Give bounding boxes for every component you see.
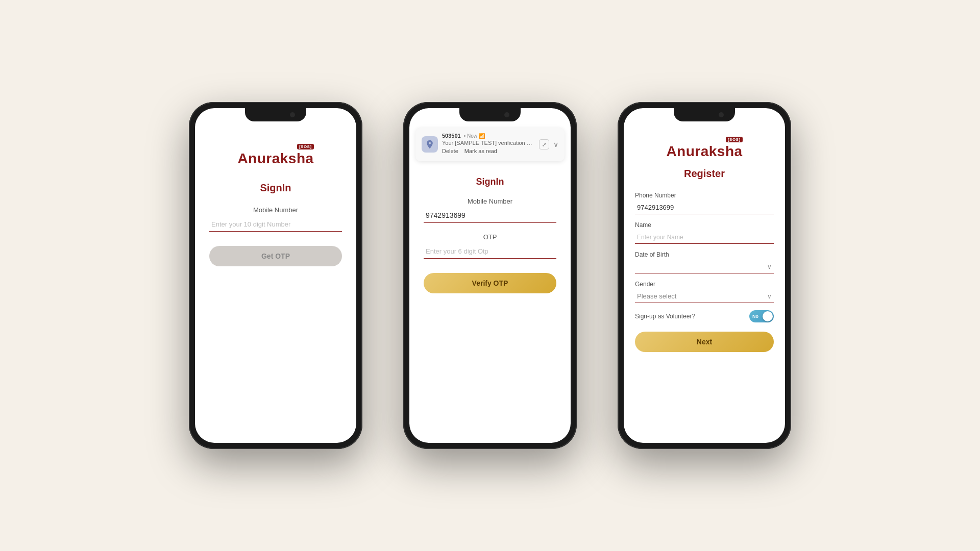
notification-sender: 503501 [442,133,461,139]
next-button[interactable]: Next [635,332,774,352]
mobile-input-2[interactable] [424,208,556,223]
app-title-1: Anuraksha [237,151,313,167]
notification-icon [422,136,438,153]
screen-content-1: [SOS] Anuraksha SignIn Mobile Number Get… [195,123,356,443]
volunteer-toggle-wrapper: No [749,310,774,322]
dob-input[interactable] [635,260,774,273]
register-title: Register [684,168,725,180]
screen-content-2: SignIn Mobile Number OTP Verify OTP [409,161,571,443]
phone-frame-1: [SOS] Anuraksha SignIn Mobile Number Get… [189,102,362,449]
mobile-group-2: Mobile Number [424,197,556,223]
gender-group: Gender Please select Male Female Other ∨ [635,281,774,303]
app-logo-3: [SOS] Anuraksha [666,137,742,160]
phone-screen-1: [SOS] Anuraksha SignIn Mobile Number Get… [195,108,356,443]
gender-select[interactable]: Please select Male Female Other [635,290,774,303]
notification-expand-icon[interactable]: ⤢ [539,139,549,149]
phone-frame-2: 503501 • Now 📶 Your [SAMPLE TEST] verifi… [403,102,577,449]
name-input[interactable] [635,231,774,244]
signin-title-2: SignIn [424,177,556,187]
sos-badge-3: [SOS] [726,137,743,142]
volunteer-row: Sign-up as Volunteer? No [635,310,774,322]
sos-badge-1: [SOS] [297,144,314,149]
signin-title-1: SignIn [260,182,291,194]
phone-group: Phone Number [635,192,774,214]
phone-screen-2: 503501 • Now 📶 Your [SAMPLE TEST] verifi… [409,108,571,443]
mobile-label-1: Mobile Number [209,206,342,214]
notification-mark-read[interactable]: Mark as read [464,148,497,154]
volunteer-label: Sign-up as Volunteer? [635,313,695,320]
notification-delete[interactable]: Delete [442,148,458,154]
name-group: Name [635,221,774,244]
phone-label: Phone Number [635,192,774,199]
screen-content-3: [SOS] Anuraksha Register Phone Number Na… [624,123,785,443]
verify-otp-button[interactable]: Verify OTP [424,273,556,293]
otp-group: OTP [424,233,556,259]
notification-chevron-icon: ∨ [553,140,558,148]
phone-notch-2 [459,108,521,121]
phone-screen-3: [SOS] Anuraksha Register Phone Number Na… [624,108,785,443]
phone-frame-3: [SOS] Anuraksha Register Phone Number Na… [618,102,791,449]
name-label: Name [635,221,774,229]
notification-text: Your [SAMPLE TEST] verification code i..… [442,140,535,146]
mobile-label-2: Mobile Number [424,197,556,205]
phone-input[interactable] [635,201,774,214]
dob-label: Date of Birth [635,251,774,258]
notification-header: 503501 • Now 📶 [442,133,535,139]
volunteer-toggle[interactable]: No [749,310,774,322]
app-title-3: Anuraksha [666,143,742,160]
dob-select-wrapper: ∨ [635,260,774,273]
phone-notch-1 [245,108,306,121]
gender-select-wrapper: Please select Male Female Other ∨ [635,290,774,303]
toggle-thumb [763,311,773,321]
dob-group: Date of Birth ∨ [635,251,774,273]
mobile-input-1[interactable] [209,217,342,232]
otp-label: OTP [424,233,556,241]
otp-input[interactable] [424,244,556,259]
mobile-group-1: Mobile Number [209,206,342,232]
phone-notch-3 [674,108,735,121]
notification-content: 503501 • Now 📶 Your [SAMPLE TEST] verifi… [442,133,535,156]
notification-time: • Now 📶 [464,133,485,139]
app-logo-1: [SOS] Anuraksha [237,144,313,167]
notification-actions: Delete Mark as read [442,146,535,156]
toggle-no-label: No [752,314,758,319]
gender-label: Gender [635,281,774,288]
notification-banner: 503501 • Now 📶 Your [SAMPLE TEST] verifi… [415,128,565,161]
get-otp-button[interactable]: Get OTP [209,246,342,266]
